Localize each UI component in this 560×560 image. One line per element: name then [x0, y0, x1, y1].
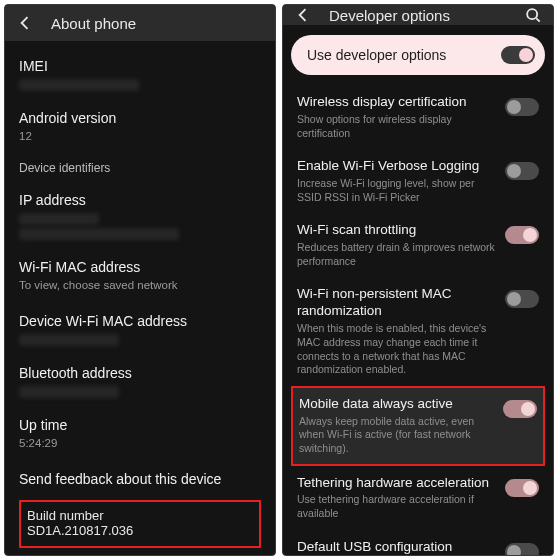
- toggle-switch[interactable]: [505, 479, 539, 497]
- toggle-switch[interactable]: [505, 543, 539, 556]
- android-version-label: Android version: [19, 109, 261, 127]
- about-content: IMEI Android version 12 Device identifie…: [5, 41, 275, 555]
- mobile-data-always-active-row[interactable]: Mobile data always active Always keep mo…: [291, 386, 545, 466]
- imei-item[interactable]: IMEI: [19, 49, 261, 101]
- about-title: About phone: [51, 15, 136, 32]
- imei-value-redacted: [19, 79, 139, 91]
- uptime-value: 5:24:29: [19, 436, 261, 452]
- wireless-display-cert-row[interactable]: Wireless display certification Show opti…: [291, 85, 545, 149]
- back-arrow-icon[interactable]: [293, 5, 313, 25]
- device-wifi-mac-redacted: [19, 334, 119, 346]
- row-title: Enable Wi-Fi Verbose Logging: [297, 158, 495, 175]
- row-title: Default USB configuration: [297, 539, 495, 556]
- build-number-value: SD1A.210817.036: [27, 523, 253, 538]
- bluetooth-redacted: [19, 386, 119, 398]
- row-desc: Always keep mobile data active, even whe…: [299, 415, 493, 456]
- uptime-label: Up time: [19, 416, 261, 434]
- dev-title: Developer options: [329, 7, 450, 24]
- wifi-mac-sub: To view, choose saved network: [19, 278, 261, 294]
- bluetooth-item[interactable]: Bluetooth address: [19, 356, 261, 408]
- send-feedback-label: Send feedback about this device: [19, 470, 261, 488]
- send-feedback-item[interactable]: Send feedback about this device: [19, 462, 261, 498]
- wifi-mac-item[interactable]: Wi-Fi MAC address To view, choose saved …: [19, 250, 261, 304]
- imei-label: IMEI: [19, 57, 261, 75]
- build-number-label: Build number: [27, 508, 253, 523]
- row-desc: Increase Wi-Fi logging level, show per S…: [297, 177, 495, 204]
- about-topbar: About phone: [5, 5, 275, 41]
- use-dev-label: Use developer options: [307, 47, 446, 63]
- ip-address-label: IP address: [19, 191, 261, 209]
- toggle-switch[interactable]: [505, 98, 539, 116]
- dev-topbar: Developer options: [283, 5, 553, 25]
- row-title: Wi-Fi non-persistent MAC randomization: [297, 286, 495, 320]
- toggle-switch[interactable]: [505, 162, 539, 180]
- row-title: Wi-Fi scan throttling: [297, 222, 495, 239]
- use-developer-options-toggle[interactable]: Use developer options: [291, 35, 545, 75]
- row-desc: Use tethering hardware acceleration if a…: [297, 493, 495, 520]
- wifi-mac-randomization-row[interactable]: Wi-Fi non-persistent MAC randomization W…: [291, 277, 545, 385]
- developer-options-screen: Developer options Use developer options …: [282, 4, 554, 556]
- row-desc: Show options for wireless display certif…: [297, 113, 495, 140]
- tethering-hw-accel-row[interactable]: Tethering hardware acceleration Use teth…: [291, 466, 545, 530]
- ip-value-redacted: [19, 213, 99, 225]
- row-title: Tethering hardware acceleration: [297, 475, 495, 492]
- android-version-item[interactable]: Android version 12: [19, 101, 261, 155]
- default-usb-config-row[interactable]: Default USB configuration: [291, 530, 545, 556]
- row-desc: When this mode is enabled, this device's…: [297, 322, 495, 377]
- device-identifiers-header: Device identifiers: [19, 155, 261, 183]
- use-dev-switch[interactable]: [501, 46, 535, 64]
- search-icon[interactable]: [523, 5, 543, 25]
- uptime-item[interactable]: Up time 5:24:29: [19, 408, 261, 462]
- bluetooth-label: Bluetooth address: [19, 364, 261, 382]
- toggle-switch[interactable]: [505, 226, 539, 244]
- wifi-scan-throttling-row[interactable]: Wi-Fi scan throttling Reduces battery dr…: [291, 213, 545, 277]
- svg-point-0: [527, 9, 537, 19]
- about-phone-screen: About phone IMEI Android version 12 Devi…: [4, 4, 276, 556]
- device-wifi-mac-item[interactable]: Device Wi-Fi MAC address: [19, 304, 261, 356]
- row-title: Wireless display certification: [297, 94, 495, 111]
- row-title: Mobile data always active: [299, 396, 493, 413]
- toggle-switch[interactable]: [503, 400, 537, 418]
- toggle-switch[interactable]: [505, 290, 539, 308]
- wifi-mac-label: Wi-Fi MAC address: [19, 258, 261, 276]
- android-version-value: 12: [19, 129, 261, 145]
- ip-address-item[interactable]: IP address: [19, 183, 261, 250]
- ip-value-redacted-2: [19, 228, 179, 240]
- device-wifi-mac-label: Device Wi-Fi MAC address: [19, 312, 261, 330]
- wifi-verbose-logging-row[interactable]: Enable Wi-Fi Verbose Logging Increase Wi…: [291, 149, 545, 213]
- dev-content: Use developer options Wireless display c…: [283, 25, 553, 556]
- back-arrow-icon[interactable]: [15, 13, 35, 33]
- row-desc: Reduces battery drain & improves network…: [297, 241, 495, 268]
- build-number-item[interactable]: Build number SD1A.210817.036: [19, 500, 261, 548]
